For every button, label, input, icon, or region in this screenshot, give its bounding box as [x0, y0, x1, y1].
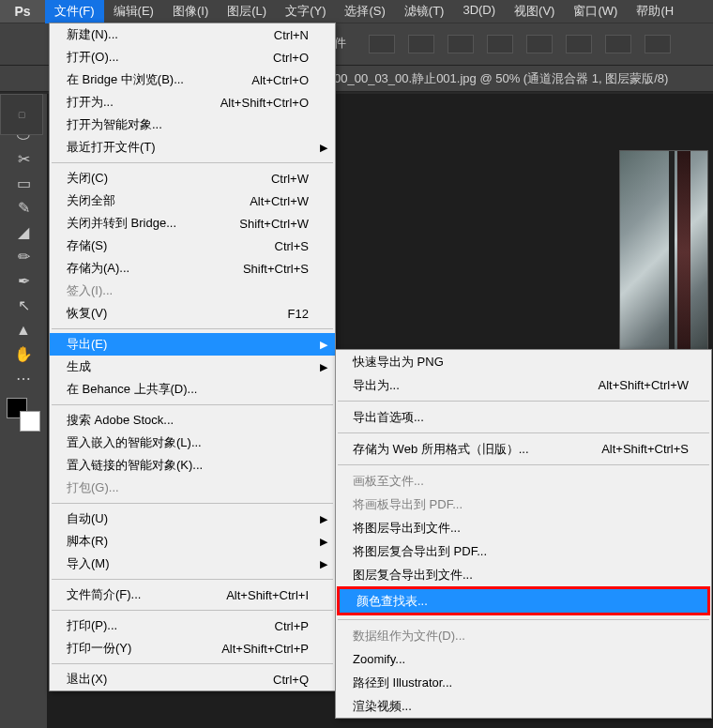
menu-item[interactable]: 导出(E)▶ — [50, 333, 335, 356]
menu-item-accelerator: Ctrl+O — [273, 51, 309, 65]
submenu-item[interactable]: 快速导出为 PNG — [336, 350, 711, 373]
menu-图层[interactable]: 图层(L) — [218, 0, 276, 23]
eraser-tool[interactable]: ◢ — [8, 220, 39, 244]
menu-选择[interactable]: 选择(S) — [335, 0, 394, 23]
menu-item[interactable]: 脚本(R)▶ — [50, 530, 335, 553]
menu-滤镜[interactable]: 滤镜(T) — [395, 0, 454, 23]
menu-item-accelerator: Alt+Shift+Ctrl+I — [226, 588, 309, 602]
brush-tool[interactable]: ✏ — [8, 245, 39, 268]
menu-item[interactable]: 导入(M)▶ — [50, 553, 335, 575]
menu-item[interactable]: 最近打开文件(T)▶ — [50, 136, 335, 159]
menu-item[interactable]: 在 Behance 上共享(D)... — [50, 378, 335, 401]
submenu-item[interactable]: Zoomify... — [336, 647, 711, 671]
menu-item-accelerator: Shift+Ctrl+W — [239, 217, 309, 231]
menu-item-label: 生成 — [67, 358, 309, 375]
align-icon[interactable] — [645, 35, 671, 53]
submenu-item-label: 渲染视频... — [353, 698, 689, 715]
menu-item-label: 打开为... — [67, 94, 220, 111]
submenu-item[interactable]: 导出首选项... — [336, 405, 711, 429]
align-icon[interactable] — [566, 35, 592, 53]
submenu-arrow-icon: ▶ — [320, 142, 327, 154]
export-submenu: 快速导出为 PNG导出为...Alt+Shift+Ctrl+W导出首选项...存… — [335, 349, 712, 719]
menu-item-accelerator: Shift+Ctrl+S — [243, 262, 309, 276]
menu-item-accelerator: Alt+Shift+Ctrl+O — [220, 96, 309, 110]
menu-item[interactable]: 置入链接的智能对象(K)... — [50, 454, 335, 477]
menu-item: 签入(I)... — [50, 280, 335, 302]
menu-视图[interactable]: 视图(V) — [505, 0, 564, 23]
document-tab[interactable]: 00_00_03_00.静止001.jpg @ 50% (通道混合器 1, 图层… — [334, 70, 668, 87]
menu-item-accelerator: Ctrl+N — [274, 28, 309, 42]
submenu-item-label: 数据组作为文件(D)... — [353, 628, 689, 645]
submenu-item[interactable]: 路径到 Illustrator... — [336, 671, 711, 694]
menu-帮助(h[interactable]: 帮助(H — [627, 0, 683, 23]
menu-item[interactable]: 存储(S)Ctrl+S — [50, 235, 335, 257]
marquee-tool[interactable]: ▭ — [8, 172, 39, 195]
align-icon[interactable] — [448, 35, 474, 53]
menu-item-accelerator: F12 — [288, 307, 309, 321]
quickmask-toggle[interactable]: ▢ — [0, 94, 43, 135]
align-icon[interactable] — [487, 35, 513, 53]
submenu-item-label: 将图层导出到文件... — [353, 520, 689, 537]
menu-文件[interactable]: 文件(F) — [45, 0, 104, 23]
submenu-item-label: 画板至文件... — [353, 473, 689, 490]
direct-select-tool[interactable]: ▲ — [8, 318, 39, 341]
submenu-item[interactable]: 将图层导出到文件... — [336, 516, 711, 539]
menu-item[interactable]: 打开为...Alt+Shift+Ctrl+O — [50, 91, 335, 114]
menu-item[interactable]: 置入嵌入的智能对象(L)... — [50, 432, 335, 454]
pen-tool[interactable]: ✒ — [8, 269, 39, 293]
submenu-item-label: 快速导出为 PNG — [353, 354, 689, 371]
align-icon[interactable] — [408, 35, 434, 53]
color-swatches[interactable] — [7, 398, 40, 432]
menu-item-label: 置入链接的智能对象(K)... — [67, 457, 309, 474]
menu-图像[interactable]: 图像(I) — [163, 0, 218, 23]
menu-编辑[interactable]: 编辑(E) — [104, 0, 163, 23]
submenu-item[interactable]: 渲染视频... — [336, 694, 711, 718]
crop-tool[interactable]: ✂ — [8, 147, 39, 171]
menu-3d[interactable]: 3D(D) — [453, 0, 505, 23]
submenu-item[interactable]: 图层复合导出到文件... — [336, 563, 711, 586]
menu-item-label: 打印(P)... — [67, 617, 275, 634]
menu-item[interactable]: 恢复(V)F12 — [50, 302, 335, 325]
menu-item[interactable]: 搜索 Adobe Stock... — [50, 409, 335, 432]
menu-窗口[interactable]: 窗口(W) — [564, 0, 627, 23]
menu-item[interactable]: 自动(U)▶ — [50, 508, 335, 530]
submenu-arrow-icon: ▶ — [320, 536, 327, 548]
menu-item-accelerator: Ctrl+P — [275, 619, 309, 633]
menu-item[interactable]: 在 Bridge 中浏览(B)...Alt+Ctrl+O — [50, 68, 335, 91]
menu-文字[interactable]: 文字(Y) — [276, 0, 335, 23]
misc-tool[interactable]: ⋯ — [8, 367, 39, 390]
align-icon[interactable] — [526, 35, 553, 53]
submenu-item-label: 将画板导出到 PDF... — [353, 496, 689, 513]
menu-item[interactable]: 生成▶ — [50, 356, 335, 378]
submenu-item[interactable]: 将图层复合导出到 PDF... — [336, 539, 711, 563]
menu-item[interactable]: 退出(X)Ctrl+Q — [50, 668, 335, 690]
menu-item-label: 在 Bridge 中浏览(B)... — [67, 71, 251, 88]
menu-item[interactable]: 文件简介(F)...Alt+Shift+Ctrl+I — [50, 584, 335, 606]
menu-item[interactable]: 打开(O)...Ctrl+O — [50, 46, 335, 68]
path-tool[interactable]: ↖ — [8, 294, 39, 317]
menu-item[interactable]: 关闭全部Alt+Ctrl+W — [50, 190, 335, 212]
menu-item[interactable]: 新建(N)...Ctrl+N — [50, 23, 335, 46]
align-icon[interactable] — [369, 35, 395, 53]
submenu-item-label: Zoomify... — [353, 652, 689, 666]
menu-item[interactable]: 打开为智能对象... — [50, 114, 335, 136]
tools-panel: ✥ ⬭ ✂ ▭ ✎ ◢ ✏ ✒ ↖ ▲ ✋ ⋯ ▢ — [0, 94, 47, 728]
menu-item[interactable]: 打印(P)...Ctrl+P — [50, 614, 335, 637]
submenu-item[interactable]: 导出为...Alt+Shift+Ctrl+W — [336, 373, 711, 397]
menu-item: 打包(G)... — [50, 477, 335, 499]
submenu-item-accelerator: Alt+Shift+Ctrl+S — [601, 442, 689, 456]
submenu-item[interactable]: 存储为 Web 所用格式（旧版）...Alt+Shift+Ctrl+S — [336, 437, 711, 461]
background-color[interactable] — [20, 411, 40, 432]
menu-item[interactable]: 打印一份(Y)Alt+Shift+Ctrl+P — [50, 637, 335, 660]
healing-tool[interactable]: ✎ — [8, 196, 39, 220]
submenu-item[interactable]: 颜色查找表... — [340, 589, 707, 613]
menu-item[interactable]: 关闭(C)Ctrl+W — [50, 167, 335, 190]
submenu-item-label: 导出为... — [353, 377, 599, 394]
menu-item-label: 打开(O)... — [67, 49, 273, 66]
submenu-item-label: 路径到 Illustrator... — [353, 675, 689, 691]
align-icon[interactable] — [605, 35, 631, 53]
submenu-item: 将画板导出到 PDF... — [336, 493, 711, 516]
hand-tool[interactable]: ✋ — [8, 342, 39, 366]
menu-item[interactable]: 关闭并转到 Bridge...Shift+Ctrl+W — [50, 212, 335, 235]
menu-item[interactable]: 存储为(A)...Shift+Ctrl+S — [50, 257, 335, 280]
